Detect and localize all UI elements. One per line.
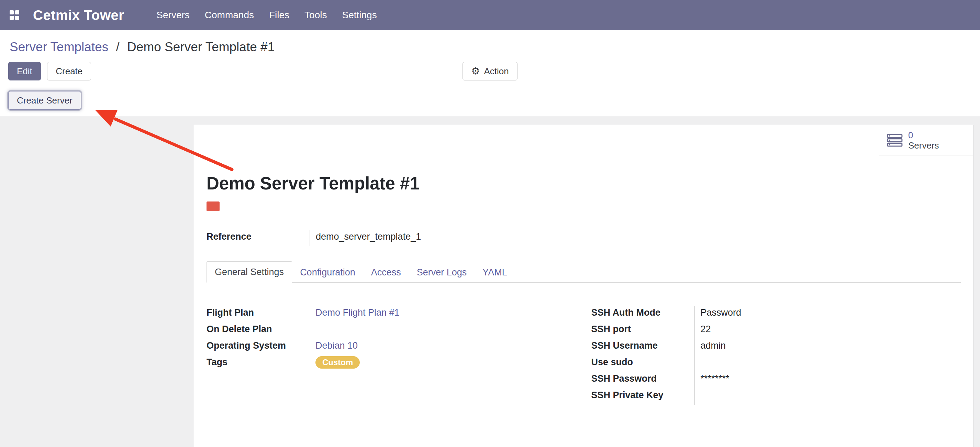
content-area: 0 Servers Demo Server Template #1 Refere…: [0, 116, 980, 447]
ssh-auth-mode-label: SSH Auth Mode: [591, 306, 694, 322]
on-delete-plan-label: On Delete Plan: [207, 322, 310, 339]
field-row-ssh-port: SSH port 22: [591, 322, 961, 339]
apps-grid-square: [10, 10, 14, 14]
breadcrumb: Server Templates / Demo Server Template …: [0, 30, 980, 57]
tab-yaml[interactable]: YAML: [474, 262, 515, 283]
field-row-tags: Tags Custom: [207, 356, 576, 372]
nav-item-files[interactable]: Files: [261, 10, 297, 21]
field-row-ssh-auth-mode: SSH Auth Mode Password: [591, 306, 961, 322]
notebook-tabs: General Settings Configuration Access Se…: [207, 261, 961, 283]
operating-system-label: Operating System: [207, 339, 310, 356]
create-server-row: Create Server: [0, 86, 980, 116]
flight-plan-link[interactable]: Demo Flight Plan #1: [315, 307, 399, 318]
tab-server-logs[interactable]: Server Logs: [409, 262, 475, 283]
flight-plan-label: Flight Plan: [207, 306, 310, 322]
tab-general-settings[interactable]: General Settings: [207, 261, 292, 283]
edit-button[interactable]: Edit: [8, 62, 41, 80]
field-groups: Flight Plan Demo Flight Plan #1 On Delet…: [207, 306, 961, 405]
right-field-group: SSH Auth Mode Password SSH port 22 SSH U…: [591, 306, 961, 405]
field-row-operating-system: Operating System Debian 10: [207, 339, 576, 356]
servers-stack-icon: [887, 134, 903, 147]
color-picker-swatch[interactable]: [207, 201, 220, 211]
create-server-button[interactable]: Create Server: [8, 91, 81, 110]
statusbar-left-buttons: Edit Create: [8, 62, 463, 80]
servers-stat-text: 0 Servers: [908, 130, 939, 151]
field-row-on-delete-plan: On Delete Plan: [207, 322, 576, 339]
breadcrumb-server-templates-link[interactable]: Server Templates: [10, 40, 108, 54]
ssh-port-label: SSH port: [591, 322, 694, 339]
use-sudo-label: Use sudo: [591, 356, 694, 372]
use-sudo-value[interactable]: [694, 356, 961, 372]
apps-grid-square: [10, 16, 14, 20]
apps-grid-square: [15, 10, 19, 14]
tab-configuration[interactable]: Configuration: [292, 262, 363, 283]
main-menu: Servers Commands Files Tools Settings: [149, 10, 384, 21]
breadcrumb-current-record: Demo Server Template #1: [127, 40, 275, 54]
apps-grid-icon[interactable]: [10, 10, 19, 20]
create-button[interactable]: Create: [47, 62, 91, 80]
servers-count: 0: [908, 130, 939, 140]
ssh-username-label: SSH Username: [591, 339, 694, 356]
field-row-ssh-username: SSH Username admin: [591, 339, 961, 356]
nav-item-servers[interactable]: Servers: [149, 10, 197, 21]
reference-value: demo_server_template_1: [310, 230, 421, 246]
reference-label: Reference: [207, 230, 310, 246]
record-title: Demo Server Template #1: [207, 173, 961, 194]
field-row-flight-plan: Flight Plan Demo Flight Plan #1: [207, 306, 576, 322]
nav-item-tools[interactable]: Tools: [297, 10, 334, 21]
ssh-username-value: admin: [694, 339, 961, 356]
gear-icon: ⚙: [471, 67, 480, 76]
servers-stat-label: Servers: [908, 140, 939, 151]
nav-item-settings[interactable]: Settings: [334, 10, 384, 21]
breadcrumb-separator: /: [116, 40, 119, 54]
ssh-private-key-label: SSH Private Key: [591, 388, 694, 405]
app-brand[interactable]: Cetmix Tower: [33, 8, 124, 23]
ssh-password-label: SSH Password: [591, 372, 694, 388]
ssh-auth-mode-value: Password: [694, 306, 961, 322]
field-row-use-sudo: Use sudo: [591, 356, 961, 372]
ssh-private-key-value: [694, 388, 961, 405]
ssh-port-value: 22: [694, 322, 961, 339]
nav-item-commands[interactable]: Commands: [197, 10, 261, 21]
sheet-body: Demo Server Template #1 Reference demo_s…: [194, 125, 973, 405]
tags-label: Tags: [207, 356, 310, 372]
on-delete-plan-value[interactable]: [310, 322, 576, 339]
action-button[interactable]: ⚙ Action: [463, 62, 517, 80]
left-field-group: Flight Plan Demo Flight Plan #1 On Delet…: [207, 306, 576, 405]
form-sheet-card: 0 Servers Demo Server Template #1 Refere…: [194, 125, 974, 447]
ssh-password-value: ********: [694, 372, 961, 388]
action-button-label: Action: [484, 66, 509, 76]
form-statusbar: Edit Create ⚙ Action: [0, 57, 980, 86]
apps-grid-square: [15, 16, 19, 20]
top-navbar: Cetmix Tower Servers Commands Files Tool…: [0, 0, 980, 30]
tab-access[interactable]: Access: [363, 262, 409, 283]
tag-badge-custom[interactable]: Custom: [315, 356, 360, 369]
reference-row: Reference demo_server_template_1: [207, 230, 961, 246]
servers-stat-button[interactable]: 0 Servers: [879, 125, 973, 155]
field-row-ssh-password: SSH Password ********: [591, 372, 961, 388]
operating-system-link[interactable]: Debian 10: [315, 340, 358, 351]
field-row-ssh-private-key: SSH Private Key: [591, 388, 961, 405]
